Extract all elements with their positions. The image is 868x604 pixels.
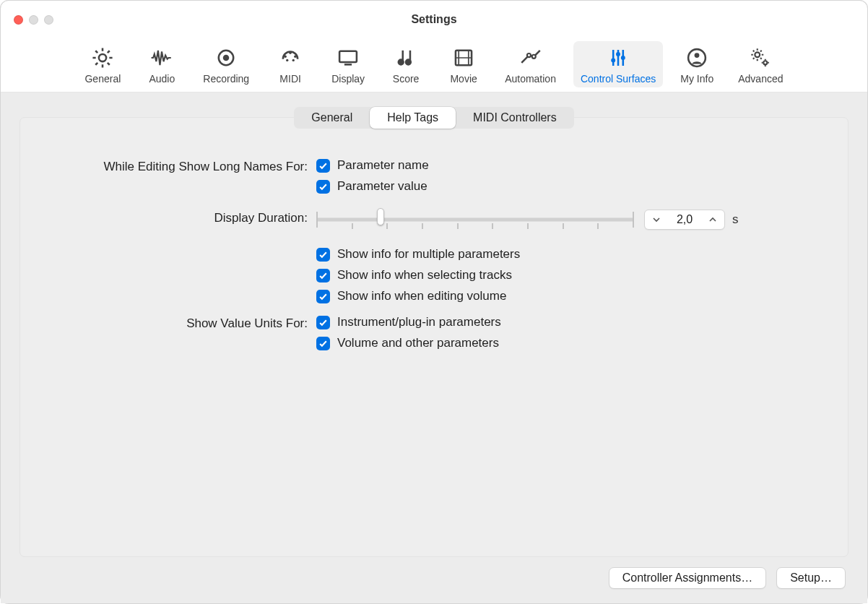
subtab-segmented-control: General Help Tags MIDI Controllers — [294, 107, 573, 129]
show-value-units-label: Show Value Units For: — [42, 315, 316, 331]
setup-button[interactable]: Setup… — [776, 567, 846, 589]
toolbar-label: Display — [331, 73, 365, 85]
while-editing-label: While Editing Show Long Names For: — [42, 158, 316, 174]
duration-value: 2,0 — [664, 213, 706, 226]
toolbar-midi[interactable]: MIDI — [266, 41, 314, 87]
toolbar-label: Score — [393, 73, 420, 85]
checkbox-editing-volume[interactable]: Show info when editing volume — [316, 289, 826, 303]
svg-point-16 — [621, 56, 625, 60]
checkbox-label: Parameter value — [337, 179, 428, 194]
extra-options-row: Show info for multiple parameters Show i… — [42, 247, 826, 303]
checkbox-label: Volume and other parameters — [337, 336, 499, 350]
checkbox-parameter-name[interactable]: Parameter name — [316, 158, 826, 173]
toolbar-label: Recording — [203, 73, 249, 85]
toolbar-label: Automation — [505, 73, 556, 85]
checkmark-icon — [316, 180, 330, 194]
checkmark-icon — [316, 316, 330, 329]
display-duration-row: Display Duration: — [42, 210, 826, 230]
checkbox-label: Show info when selecting tracks — [337, 268, 512, 282]
checkmark-icon — [316, 337, 330, 350]
toolbar-audio[interactable]: Audio — [138, 41, 186, 87]
display-icon — [336, 46, 360, 70]
svg-point-6 — [286, 59, 288, 61]
toolbar: General Audio Recording MIDI Display Sco… — [1, 38, 867, 92]
display-duration-label: Display Duration: — [42, 210, 316, 225]
duration-stepper[interactable]: 2,0 — [644, 210, 725, 230]
toolbar-label: Movie — [450, 73, 477, 85]
content-area: General Help Tags MIDI Controllers While… — [1, 92, 867, 603]
svg-point-5 — [294, 56, 296, 58]
svg-point-3 — [289, 52, 291, 54]
midi-icon — [278, 46, 303, 70]
checkmark-icon — [316, 248, 330, 262]
toolbar-label: General — [84, 73, 121, 85]
svg-point-2 — [223, 55, 230, 61]
checkbox-selecting-tracks[interactable]: Show info when selecting tracks — [316, 268, 826, 282]
checkmark-icon — [316, 269, 330, 282]
score-icon — [394, 46, 418, 70]
toolbar-advanced[interactable]: Advanced — [731, 41, 790, 87]
chevron-down-icon[interactable] — [649, 217, 664, 223]
controller-assignments-button[interactable]: Controller Assignments… — [609, 567, 767, 589]
svg-rect-8 — [339, 51, 357, 62]
svg-point-0 — [99, 54, 106, 61]
toolbar-movie[interactable]: Movie — [440, 41, 487, 87]
slider-thumb[interactable] — [377, 208, 384, 225]
person-icon — [685, 46, 709, 70]
svg-point-10 — [406, 60, 411, 65]
checkbox-label: Show info for multiple parameters — [337, 247, 520, 262]
svg-point-4 — [285, 56, 287, 58]
toolbar-general[interactable]: General — [77, 41, 128, 87]
show-value-units-row: Show Value Units For: Instrument/plug-in… — [42, 315, 826, 350]
subtab-general[interactable]: General — [294, 107, 370, 129]
toolbar-label: Audio — [149, 73, 175, 85]
titlebar: Settings — [1, 1, 867, 38]
checkbox-parameter-value[interactable]: Parameter value — [316, 179, 826, 194]
subtab-help-tags[interactable]: Help Tags — [370, 107, 456, 129]
duration-unit: s — [732, 212, 739, 227]
chevron-up-icon[interactable] — [706, 217, 720, 223]
toolbar-label: My Info — [680, 73, 713, 85]
checkbox-label: Instrument/plug-in parameters — [337, 315, 501, 329]
toolbar-score[interactable]: Score — [382, 41, 430, 87]
film-icon — [451, 46, 476, 70]
checkmark-icon — [316, 159, 330, 173]
sliders-icon — [606, 46, 630, 70]
gears-icon — [748, 46, 773, 70]
svg-point-12 — [526, 53, 530, 57]
svg-point-18 — [695, 53, 700, 58]
subtab-midi-controllers[interactable]: MIDI Controllers — [456, 107, 574, 129]
gear-icon — [90, 46, 115, 70]
settings-window: Settings General Audio Recording MIDI Di… — [0, 0, 868, 604]
svg-point-14 — [611, 58, 615, 62]
checkbox-label: Parameter name — [337, 158, 429, 173]
window-title: Settings — [1, 13, 867, 26]
toolbar-recording[interactable]: Recording — [196, 41, 256, 87]
automation-icon — [518, 46, 543, 70]
svg-point-9 — [399, 60, 404, 65]
checkbox-instrument-plugin[interactable]: Instrument/plug-in parameters — [316, 315, 826, 329]
toolbar-label: MIDI — [279, 73, 301, 85]
svg-point-13 — [531, 55, 535, 59]
svg-point-7 — [292, 59, 295, 61]
toolbar-label: Control Surfaces — [581, 73, 656, 85]
svg-point-15 — [616, 52, 620, 56]
svg-point-20 — [764, 61, 768, 64]
toolbar-my-info[interactable]: My Info — [673, 41, 721, 87]
waveform-icon — [149, 46, 174, 70]
footer: Controller Assignments… Setup… — [19, 557, 849, 590]
checkbox-label: Show info when editing volume — [337, 289, 506, 303]
display-duration-slider[interactable] — [316, 210, 634, 230]
svg-point-19 — [755, 52, 760, 57]
toolbar-control-surfaces[interactable]: Control Surfaces — [573, 41, 663, 87]
toolbar-display[interactable]: Display — [324, 41, 372, 87]
toolbar-label: Advanced — [738, 73, 783, 85]
checkbox-multiple-parameters[interactable]: Show info for multiple parameters — [316, 247, 826, 262]
while-editing-row: While Editing Show Long Names For: Param… — [42, 158, 826, 194]
help-tags-panel: While Editing Show Long Names For: Param… — [19, 117, 849, 557]
checkmark-icon — [316, 290, 330, 303]
record-icon — [214, 46, 238, 70]
toolbar-automation[interactable]: Automation — [498, 41, 563, 87]
checkbox-volume-other[interactable]: Volume and other parameters — [316, 336, 826, 350]
